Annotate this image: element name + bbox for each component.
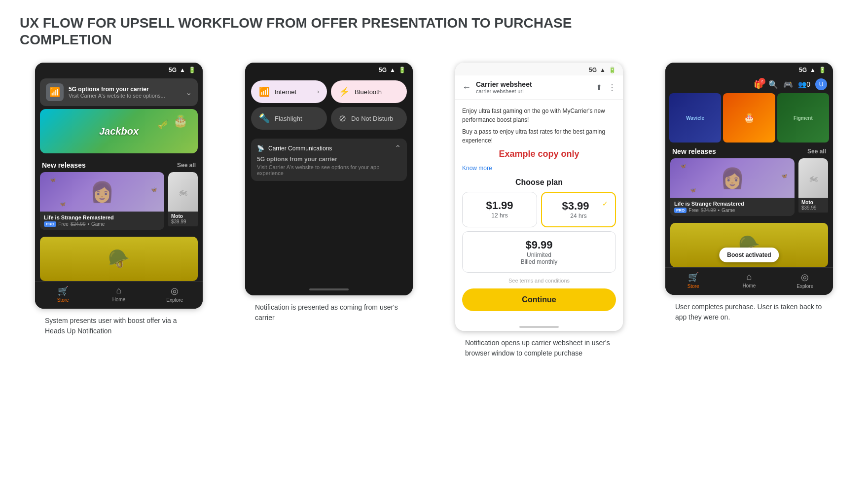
- battery-icon-3: 🔋: [609, 67, 616, 73]
- carrier-notif-header-2: 📡 Carrier Communications ⌃: [257, 143, 401, 153]
- home-icon-1: ⌂: [116, 286, 122, 296]
- body-copy-3: Enjoy ultra fast gaming on the go with M…: [462, 107, 616, 124]
- game-card-info-moto-4: Moto $39.99: [798, 198, 828, 213]
- phone-frame-1: 5G ▲ 🔋 📶 5G options from your carrier Vi…: [35, 63, 203, 309]
- game-card-img-moto-4: 🏍: [798, 158, 828, 198]
- gift-badge: 2: [759, 78, 765, 85]
- qs-tile-dnd[interactable]: ⊘ Do Not Disturb: [331, 107, 407, 130]
- nav-store-1[interactable]: 🛒 Store: [35, 286, 91, 303]
- terms-label[interactable]: See terms and conditions: [462, 278, 616, 284]
- plan-card-999[interactable]: $9.99 Unlimited Billed monthly: [462, 231, 616, 273]
- gamepad-icon-4[interactable]: 🎮: [783, 80, 793, 89]
- more-icon-3[interactable]: ⋮: [608, 83, 616, 92]
- caption-3: Notification opens up carrier websheet i…: [465, 338, 613, 358]
- carrier-notif-title-2: 📡 Carrier Communications: [257, 145, 332, 152]
- game-type-4: Game: [722, 208, 735, 213]
- websheet-url-3: carrier websheet url: [476, 88, 532, 94]
- signal-icon-3: ▲: [600, 67, 606, 73]
- game-card-lis-1[interactable]: 👩 🦋 🦋 🦋 Life is Strange Remastered PRO F…: [40, 172, 164, 230]
- search-icon-4[interactable]: 🔍: [768, 80, 778, 89]
- game-cards-row-4: 👩 🦋 🦋 🦋 Life is Strange Remastered PRO F…: [665, 158, 833, 221]
- know-more-link-3[interactable]: Know more: [462, 165, 492, 172]
- plan-duration-399: 24 hrs: [549, 213, 608, 219]
- qs-tile-bluetooth[interactable]: ⚡ Bluetooth: [331, 80, 407, 103]
- game-card-moto-4[interactable]: 🏍 Moto $39.99: [798, 158, 828, 216]
- status-5g-3: 5G: [589, 67, 597, 73]
- qs-tile-flashlight[interactable]: 🔦 Flashlight: [251, 107, 327, 130]
- battery-icon-1: 🔋: [188, 67, 196, 73]
- phone-frame-4: 5G ▲ 🔋 🎁 2 🔍 🎮 👥0 U Wavicle 🎂 Figment: [665, 63, 833, 295]
- battery-icon-4: 🔋: [819, 67, 826, 73]
- section-title-1: New releases: [42, 161, 86, 169]
- qs-tile-internet[interactable]: 📶 Internet ›: [251, 80, 327, 103]
- caption-1: System presents user with boost offer vi…: [45, 316, 193, 336]
- nav-home-4[interactable]: ⌂ Home: [721, 272, 777, 289]
- plan-billing-999: Billed monthly: [470, 258, 609, 265]
- carrier-notif-sub-2: Visit Carrier A's website to see options…: [257, 164, 401, 176]
- notif-title-1: 5G options from your carrier: [69, 86, 181, 93]
- pro-badge-lis-1: PRO: [44, 221, 56, 227]
- home-indicator-3: [519, 326, 559, 328]
- status-bar-2: 5G ▲ 🔋: [245, 63, 413, 75]
- caption-2: Notification is presented as coming from…: [255, 302, 403, 323]
- signal-icon-2: ▲: [390, 67, 396, 73]
- choose-plan-label: Choose plan: [462, 178, 616, 187]
- plan-price-399: $3.99: [549, 200, 608, 213]
- notif-sub-1: Visit Carrier A's website to see options…: [69, 93, 181, 99]
- status-bar-4: 5G ▲ 🔋: [665, 63, 833, 75]
- chevron-up-icon: ⌃: [395, 143, 401, 153]
- home-pill-2: [245, 284, 413, 295]
- body-copy2-3: Buy a pass to enjoy ultra fast rates for…: [462, 127, 616, 145]
- home-icon-4: ⌂: [747, 272, 752, 282]
- nav-label-home-4: Home: [743, 283, 756, 288]
- plan-price-999: $9.99: [470, 239, 609, 251]
- home-indicator-2: [309, 288, 349, 290]
- share-icon-3[interactable]: ⬆: [596, 83, 602, 92]
- see-all-1[interactable]: See all: [177, 162, 196, 169]
- game-price-free-1: Free: [58, 221, 69, 227]
- game-card-lis-4[interactable]: 👩 🦋 🦋 🦋 Life is Strange Remastered PRO F…: [670, 158, 795, 216]
- game-card-moto-1[interactable]: 🏍 Moto $39.99: [168, 172, 198, 230]
- plan-card-199[interactable]: $1.99 12 hrs: [462, 192, 537, 227]
- game-meta-lis-1: PRO Free $24.99 • Game: [44, 221, 160, 227]
- page-title: UX FLOW FOR UPSELL WORKFLOW FROM OFFER P…: [20, 15, 612, 48]
- nav-label-explore-1: Explore: [166, 297, 183, 303]
- example-copy-label: Example copy only: [462, 149, 616, 159]
- screen-3-col: 5G ▲ 🔋 ← Carrier websheet carrier webshe…: [440, 63, 638, 358]
- nav-label-store-1: Store: [57, 297, 69, 303]
- notification-banner-1[interactable]: 📶 5G options from your carrier Visit Car…: [40, 78, 198, 106]
- bottom-banner-4: 🪖 Boost activated: [670, 223, 828, 267]
- game-title-moto-4: Moto: [801, 200, 825, 205]
- nav-home-1[interactable]: ⌂ Home: [91, 286, 146, 303]
- status-5g-4: 5G: [799, 67, 807, 73]
- notif-icon-1: 📶: [46, 83, 64, 101]
- screen-1-col: 5G ▲ 🔋 📶 5G options from your carrier Vi…: [20, 63, 218, 336]
- section-header-1: New releases See all: [35, 156, 203, 172]
- boost-activated-label: Boost activated: [727, 251, 771, 258]
- continue-button[interactable]: Continue: [462, 288, 616, 311]
- game-price-orig-4: $24.99: [701, 208, 716, 213]
- nav-store-4[interactable]: 🛒 Store: [665, 272, 721, 289]
- game-price-free-4: Free: [688, 208, 699, 213]
- gift-icon-container: 🎁 2: [754, 80, 763, 89]
- checkmark-icon: ✓: [602, 200, 608, 208]
- phone-frame-2: 5G ▲ 🔋 📶 Internet › ⚡ Bluetooth 🔦 Flashl…: [245, 63, 413, 295]
- game-cards-row-1: 👩 🦋 🦋 🦋 Life is Strange Remastered PRO F…: [35, 172, 203, 235]
- back-btn-3[interactable]: ←: [462, 82, 471, 93]
- status-5g-1: 5G: [169, 67, 177, 73]
- carrier-icon: 📡: [257, 145, 264, 152]
- bottom-nav-4: 🛒 Store ⌂ Home ◎ Explore: [665, 267, 833, 295]
- plan-card-399[interactable]: ✓ $3.99 24 hrs: [541, 192, 616, 227]
- game-type-1: Game: [91, 221, 105, 227]
- nav-explore-4[interactable]: ◎ Explore: [777, 272, 833, 289]
- caption-4: User completes purchase. User is taken b…: [675, 302, 823, 322]
- game-price-moto-4: $39.99: [801, 205, 825, 211]
- wifi-icon: 📶: [259, 86, 270, 97]
- websheet-header-3: ← Carrier websheet carrier websheet url …: [455, 75, 623, 100]
- game-card-img-lis-1: 👩 🦋 🦋 🦋: [40, 172, 164, 212]
- see-all-4[interactable]: See all: [807, 148, 826, 155]
- nav-explore-1[interactable]: ◎ Explore: [147, 286, 203, 303]
- dnd-icon: ⊘: [339, 113, 346, 124]
- user-avatar-4[interactable]: U: [815, 78, 827, 90]
- carrier-notif-2[interactable]: 📡 Carrier Communications ⌃ 5G options fr…: [251, 139, 407, 181]
